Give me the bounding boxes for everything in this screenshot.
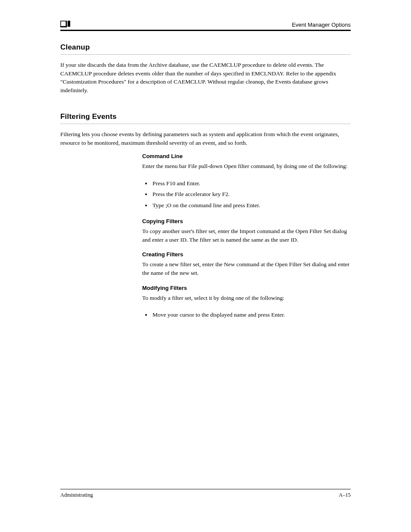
block-copying-filters: Copying Filters To copy another user's f…: [142, 218, 351, 245]
subhead-copying: Copying Filters: [142, 218, 351, 224]
copying-para: To copy another user's filter set, enter…: [142, 227, 351, 245]
svg-rect-1: [68, 21, 70, 27]
command-line-para: Enter the menu bar File pull-down Open f…: [142, 162, 351, 171]
list-item: Press the File accelerator key F2.: [152, 189, 351, 200]
page: Event Manager Options Cleanup If your si…: [0, 0, 411, 532]
subhead-command-line: Command Line: [142, 153, 351, 159]
section-cleanup: Cleanup If your site discards the data f…: [60, 43, 351, 94]
divider: [60, 124, 351, 124]
section-title-cleanup: Cleanup: [60, 43, 351, 52]
list-item: Press F10 and Enter.: [152, 178, 351, 189]
modifying-para: To modify a filter set, select it by doi…: [142, 294, 351, 302]
block-modifying-filters: Modifying Filters To modify a filter set…: [142, 285, 351, 320]
header-title: Event Manager Options: [292, 22, 351, 28]
cleanup-body: If your site discards the data from the …: [60, 61, 351, 94]
list-item: Type ;O on the command line and press En…: [152, 200, 351, 211]
block-creating-filters: Creating Filters To create a new filter …: [142, 251, 351, 278]
footer-left: Administrating: [60, 492, 93, 498]
brand-logo-icon: [60, 21, 72, 28]
modifying-bullets: Move your cursor to the displayed name a…: [142, 309, 351, 320]
footer-right: A–15: [339, 492, 351, 498]
header: Event Manager Options: [60, 21, 351, 31]
section-title-filtering: Filtering Events: [60, 112, 351, 121]
footer: Administrating A–15: [60, 489, 351, 498]
list-item: Move your cursor to the displayed name a…: [152, 309, 351, 320]
filtering-body: Filtering lets you choose events by defi…: [60, 130, 351, 147]
subhead-creating: Creating Filters: [142, 251, 351, 258]
command-line-bullets: Press F10 and Enter. Press the File acce…: [142, 178, 351, 211]
block-command-line: Command Line Enter the menu bar File pul…: [142, 153, 351, 211]
subhead-modifying: Modifying Filters: [142, 285, 351, 291]
svg-rect-0: [60, 21, 66, 27]
creating-para: To create a new filter set, enter the Ne…: [142, 260, 351, 278]
divider: [60, 54, 351, 55]
indented-content: Command Line Enter the menu bar File pul…: [142, 153, 351, 320]
section-filtering: Filtering Events Filtering lets you choo…: [60, 112, 351, 320]
